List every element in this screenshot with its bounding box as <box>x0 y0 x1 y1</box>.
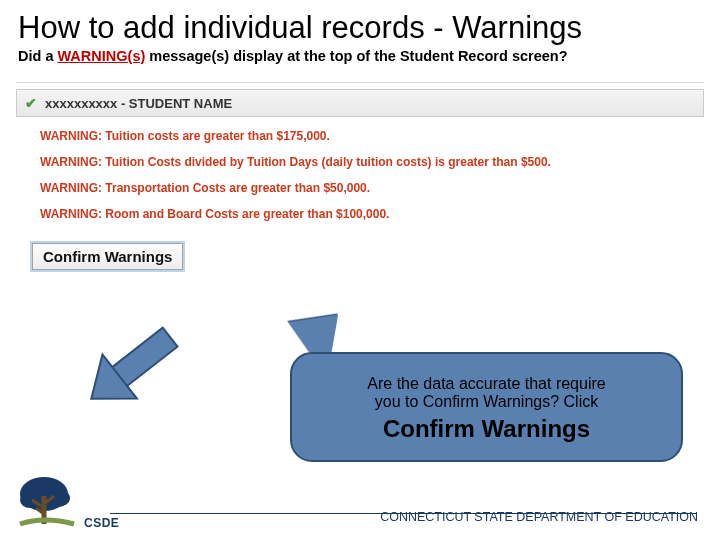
logo-text: CSDE <box>84 516 119 530</box>
callout-bubble: Are the data accurate that require you t… <box>290 352 683 462</box>
callout-emphasis: Confirm Warnings <box>383 415 590 443</box>
subtitle-pre: Did a <box>18 48 57 64</box>
warning-item: WARNING: Tuition Costs divided by Tuitio… <box>40 155 696 169</box>
subtitle-post: message(s) display at the top of the Stu… <box>145 48 567 64</box>
warning-item: WARNING: Transportation Costs are greate… <box>40 181 696 195</box>
warning-item: WARNING: Tuition costs are greater than … <box>40 129 696 143</box>
csde-logo: CSDE <box>14 474 119 530</box>
student-name-label: xxxxxxxxxx - STUDENT NAME <box>45 96 232 111</box>
student-header-bar: ✔ xxxxxxxxxx - STUDENT NAME <box>16 89 704 117</box>
confirm-warnings-button[interactable]: Confirm Warnings <box>32 243 183 270</box>
svg-point-3 <box>20 492 40 508</box>
arrow-icon <box>70 322 200 406</box>
student-record-panel: ✔ xxxxxxxxxx - STUDENT NAME WARNING: Tui… <box>16 82 704 270</box>
warning-list: WARNING: Tuition costs are greater than … <box>16 117 704 239</box>
slide: How to add individual records - Warnings… <box>0 0 720 540</box>
checkmark-icon: ✔ <box>25 95 37 111</box>
callout-line1: Are the data accurate that require <box>367 375 605 393</box>
subtitle-warning-word: WARNING(s) <box>57 48 145 64</box>
footer: CSDE CONNECTICUT STATE DEPARTMENT OF EDU… <box>0 474 720 530</box>
warning-item: WARNING: Room and Board Costs are greate… <box>40 207 696 221</box>
page-title: How to add individual records - Warnings <box>18 10 702 46</box>
footer-org-name: CONNECTICUT STATE DEPARTMENT OF EDUCATIO… <box>380 510 698 524</box>
callout-line2: you to Confirm Warnings? Click <box>375 393 598 411</box>
subtitle: Did a WARNING(s) message(s) display at t… <box>18 48 702 64</box>
tree-icon <box>14 474 80 530</box>
